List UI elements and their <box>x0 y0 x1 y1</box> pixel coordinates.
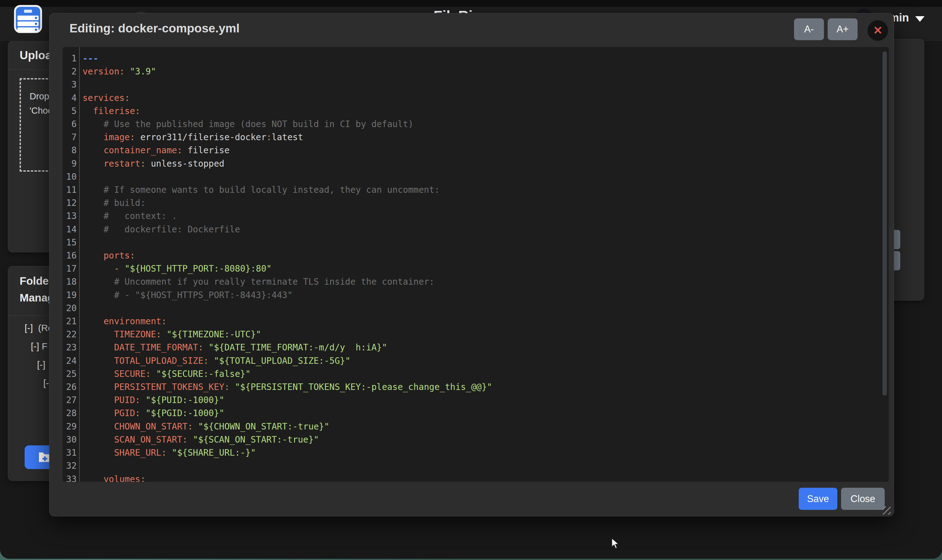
code-line[interactable]: 15 <box>63 236 889 249</box>
code-lines: 1---2version: "3.9"3 4services:5 fileris… <box>63 52 889 482</box>
line-number: 1 <box>63 52 79 65</box>
code-line[interactable]: 16 ports: <box>63 249 889 262</box>
line-number: 9 <box>63 157 79 170</box>
code-editor[interactable]: 1---2version: "3.9"3 4services:5 fileris… <box>63 47 889 482</box>
line-number: 25 <box>63 368 79 381</box>
line-number: 31 <box>63 446 79 459</box>
close-button[interactable]: Close <box>841 488 885 510</box>
line-number: 13 <box>63 209 79 223</box>
line-number: 21 <box>63 315 79 328</box>
font-increase-button[interactable]: A+ <box>828 18 857 40</box>
line-number: 20 <box>63 302 79 315</box>
line-number: 3 <box>63 78 79 91</box>
resize-handle[interactable] <box>882 506 891 514</box>
code-line[interactable]: 29 CHOWN_ON_START: "${CHOWN_ON_START:-tr… <box>63 420 889 433</box>
code-line[interactable]: 23 DATE_TIME_FORMAT: "${DATE_TIME_FORMAT… <box>63 341 889 354</box>
line-number: 7 <box>63 131 79 144</box>
close-icon[interactable]: ✕ <box>868 20 888 41</box>
save-button[interactable]: Save <box>799 488 837 510</box>
code-line[interactable]: 33 volumes: <box>63 473 889 482</box>
code-line[interactable]: 32 <box>63 459 889 472</box>
line-number: 24 <box>63 354 79 368</box>
line-number: 12 <box>63 197 79 209</box>
code-line[interactable]: 28 PGID: "${PGID:-1000}" <box>63 407 889 420</box>
mouse-cursor <box>611 538 622 550</box>
line-number: 33 <box>63 473 79 482</box>
code-line[interactable]: 13 # context: . <box>63 209 889 223</box>
line-number: 2 <box>63 65 79 78</box>
code-line[interactable]: 26 PERSISTENT_TOKENS_KEY: "${PERSISTENT_… <box>63 381 889 394</box>
line-number: 27 <box>63 394 79 407</box>
window-top-strip <box>0 0 942 7</box>
line-number: 15 <box>63 236 79 249</box>
line-number: 28 <box>63 407 79 420</box>
line-number: 19 <box>63 289 79 302</box>
code-line[interactable]: 11 # If someone wants to build locally i… <box>63 183 889 197</box>
chevron-down-icon[interactable] <box>915 16 925 22</box>
line-number: 4 <box>63 92 79 105</box>
code-line[interactable]: 30 SCAN_ON_START: "${SCAN_ON_START:-true… <box>63 433 889 446</box>
filerise-logo-icon[interactable] <box>14 5 42 33</box>
logo-bar <box>17 28 38 32</box>
code-line[interactable]: 5 filerise: <box>63 105 889 118</box>
code-line[interactable]: 24 TOTAL_UPLOAD_SIZE: "${TOTAL_UPLOAD_SI… <box>63 354 889 368</box>
line-number: 11 <box>63 183 79 197</box>
edit-file-modal: Editing: docker-compose.yml A- A+ ✕ 1---… <box>49 13 894 516</box>
line-number: 26 <box>63 381 79 394</box>
code-line[interactable]: 19 # - "${HOST_HTTPS_PORT:-8443}:443" <box>63 289 889 302</box>
code-line[interactable]: 18 # Uncomment if you really terminate T… <box>63 275 889 288</box>
line-number: 5 <box>63 105 79 118</box>
browser-window: FileRise admin Upload Files Drop files h… <box>0 0 942 559</box>
line-number: 6 <box>63 118 79 131</box>
code-line[interactable]: 27 PUID: "${PUID:-1000}" <box>63 394 889 407</box>
line-number: 14 <box>63 223 79 236</box>
code-line[interactable]: 3 <box>63 78 889 91</box>
code-line[interactable]: 4services: <box>63 92 889 105</box>
logo-bar <box>17 15 38 20</box>
code-line[interactable]: 12 # build: <box>63 197 889 209</box>
code-line[interactable]: 31 SHARE_URL: "${SHARE_URL:-}" <box>63 446 889 459</box>
line-number: 18 <box>63 275 79 288</box>
line-number: 17 <box>63 262 79 275</box>
line-number: 23 <box>63 341 79 354</box>
modal-title: Editing: docker-compose.yml <box>69 22 240 35</box>
code-line[interactable]: 7 image: error311/filerise-docker:latest <box>63 131 889 144</box>
line-number: 10 <box>63 170 79 183</box>
line-number: 16 <box>63 249 79 262</box>
line-number: 29 <box>63 420 79 433</box>
code-line[interactable]: 10 <box>63 170 889 183</box>
code-line[interactable]: 17 - "${HOST_HTTP_PORT:-8080}:80" <box>63 262 889 275</box>
editor-scrollbar[interactable] <box>882 51 887 395</box>
code-line[interactable]: 25 SECURE: "${SECURE:-false}" <box>63 368 889 381</box>
logo-handle <box>24 10 32 13</box>
line-number: 8 <box>63 144 79 157</box>
code-line[interactable]: 21 environment: <box>63 315 889 328</box>
code-line[interactable]: 14 # dockerfile: Dockerfile <box>63 223 889 236</box>
line-number: 30 <box>63 433 79 446</box>
code-line[interactable]: 6 # Use the published image (does NOT bu… <box>63 118 889 131</box>
desktop: FileRise admin Upload Files Drop files h… <box>0 0 942 560</box>
code-line[interactable]: 20 <box>63 302 889 315</box>
line-number: 32 <box>63 459 79 472</box>
line-number: 22 <box>63 328 79 341</box>
code-line[interactable]: 1--- <box>63 52 889 65</box>
code-line[interactable]: 22 TIMEZONE: "${TIMEZONE:-UTC}" <box>63 328 889 341</box>
logo-bar <box>17 22 38 26</box>
code-line[interactable]: 2version: "3.9" <box>63 65 889 78</box>
code-line[interactable]: 9 restart: unless-stopped <box>63 157 889 170</box>
code-line[interactable]: 8 container_name: filerise <box>63 144 889 157</box>
font-decrease-button[interactable]: A- <box>794 18 824 40</box>
